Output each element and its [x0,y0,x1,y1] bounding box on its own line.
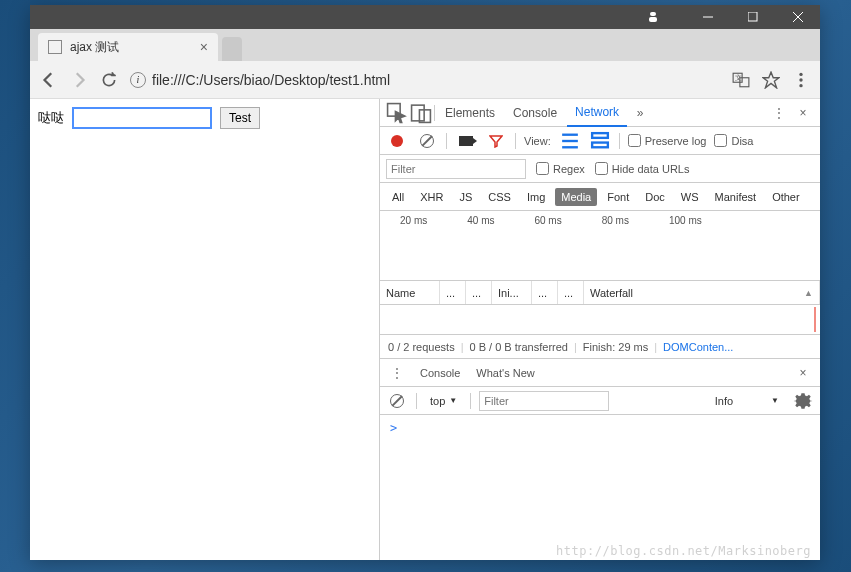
divider [470,393,471,409]
svg-rect-18 [592,133,608,138]
console-clear-icon[interactable] [386,390,408,412]
svg-point-9 [799,72,802,75]
preserve-log-checkbox[interactable]: Preserve log [628,134,707,147]
url-field[interactable]: i file:///C:/Users/biao/Desktop/test1.ht… [130,72,720,88]
type-all[interactable]: All [386,188,410,206]
site-info-icon[interactable]: i [130,72,146,88]
svg-text:文: 文 [735,74,742,81]
type-img[interactable]: Img [521,188,551,206]
tick: 60 ms [534,215,561,226]
type-font[interactable]: Font [601,188,635,206]
divider [515,133,516,149]
inspect-icon[interactable] [386,102,408,124]
back-button[interactable] [40,71,58,89]
col-time[interactable]: ... [558,281,584,304]
type-css[interactable]: CSS [482,188,517,206]
hide-data-checkbox[interactable]: Hide data URLs [595,162,690,175]
devtools-tabbar: Elements Console Network » ⋮ × [380,99,820,127]
type-xhr[interactable]: XHR [414,188,449,206]
drawer-tab-console[interactable]: Console [416,361,464,385]
test-button[interactable]: Test [220,107,260,129]
close-button[interactable] [775,5,820,29]
view-list-icon[interactable] [559,130,581,152]
menu-icon[interactable] [792,71,810,89]
devtools-close-icon[interactable]: × [792,102,814,124]
record-button[interactable] [386,130,408,152]
svg-rect-19 [592,142,608,147]
text-input[interactable] [72,107,212,129]
tab-console[interactable]: Console [505,100,565,126]
new-tab-button[interactable] [222,37,242,61]
minimize-button[interactable] [685,5,730,29]
type-other[interactable]: Other [766,188,806,206]
translate-icon[interactable]: 文 [732,71,750,89]
svg-point-10 [799,78,802,81]
browser-tab[interactable]: ajax 测试 × [38,33,218,61]
type-media[interactable]: Media [555,188,597,206]
col-waterfall[interactable]: Waterfall▲ [584,281,820,304]
maximize-button[interactable] [730,5,775,29]
clear-button[interactable] [416,130,438,152]
disable-cache-checkbox[interactable]: Disa [714,134,753,147]
col-name[interactable]: Name [380,281,440,304]
tab-network[interactable]: Network [567,99,627,127]
col-status[interactable]: ... [440,281,466,304]
divider [434,105,435,121]
filter-row: Regex Hide data URLs [380,155,820,183]
content-area: 哒哒 Test Elements Console Network » ⋮ [30,99,820,560]
tick: 80 ms [602,215,629,226]
network-filter-input[interactable] [386,159,526,179]
bookmark-icon[interactable] [762,71,780,89]
screenshot-icon[interactable] [455,130,477,152]
forward-button[interactable] [70,71,88,89]
tab-title: ajax 测试 [70,39,192,56]
level-dropdown[interactable]: Info ▼ [710,392,784,410]
console-body[interactable]: > [380,415,820,560]
devtools-panel: Elements Console Network » ⋮ × View: [380,99,820,560]
devtools-menu-icon[interactable]: ⋮ [768,102,790,124]
drawer-tabbar: ⋮ Console What's New × [380,359,820,387]
more-tabs-icon[interactable]: » [629,102,651,124]
load-marker [814,307,816,332]
request-table-header: Name ... ... Ini... ... ... Waterfall▲ [380,281,820,305]
watermark: http://blog.csdn.net/Marksinoberg [556,544,811,558]
col-initiator[interactable]: Ini... [492,281,532,304]
console-prompt: > [390,421,397,435]
tab-close-icon[interactable]: × [200,39,208,55]
timeline-overview[interactable]: 20 ms 40 ms 60 ms 80 ms 100 ms [380,211,820,281]
type-manifest[interactable]: Manifest [709,188,763,206]
tick: 20 ms [400,215,427,226]
reload-button[interactable] [100,71,118,89]
browser-tabbar: ajax 测试 × [30,29,820,61]
console-settings-icon[interactable] [792,390,814,412]
svg-rect-0 [650,12,656,16]
window-titlebar [30,5,820,29]
drawer-close-icon[interactable]: × [792,362,814,384]
url-text: file:///C:/Users/biao/Desktop/test1.html [152,72,390,88]
status-transferred: 0 B / 0 B transferred [470,341,568,353]
filter-toggle-icon[interactable] [485,130,507,152]
col-type[interactable]: ... [466,281,492,304]
tick: 100 ms [669,215,702,226]
tab-elements[interactable]: Elements [437,100,503,126]
divider [416,393,417,409]
type-doc[interactable]: Doc [639,188,671,206]
divider [619,133,620,149]
drawer-tab-whatsnew[interactable]: What's New [472,361,538,385]
request-table-body [380,305,820,335]
status-finish: Finish: 29 ms [583,341,648,353]
type-ws[interactable]: WS [675,188,705,206]
device-toggle-icon[interactable] [410,102,432,124]
svg-rect-3 [748,12,757,21]
type-js[interactable]: JS [453,188,478,206]
col-size[interactable]: ... [532,281,558,304]
divider [446,133,447,149]
regex-checkbox[interactable]: Regex [536,162,585,175]
field-label: 哒哒 [38,109,64,127]
drawer-menu-icon[interactable]: ⋮ [386,362,408,384]
user-icon[interactable] [630,5,675,29]
console-filter-input[interactable] [479,391,609,411]
tick: 40 ms [467,215,494,226]
view-frame-icon[interactable] [589,130,611,152]
context-dropdown[interactable]: top▼ [425,392,462,410]
